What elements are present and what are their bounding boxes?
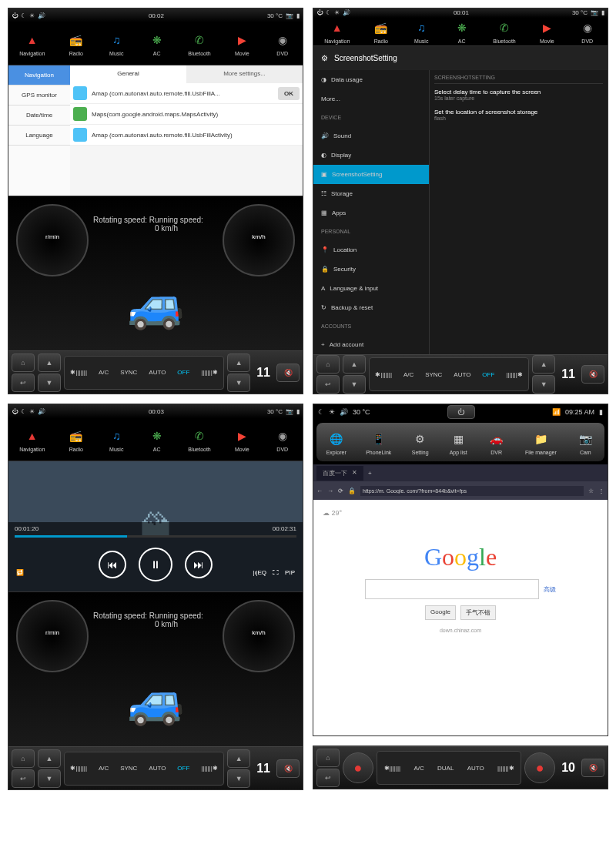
up-button[interactable]: ▲ <box>38 353 61 372</box>
app-filemanager[interactable]: 📁File manager <box>525 430 557 455</box>
reload-button[interactable]: ⟳ <box>338 488 343 494</box>
moon-icon[interactable]: ☾ <box>318 408 324 416</box>
dual-button[interactable]: DUAL <box>437 765 454 772</box>
fan-icon[interactable]: ✱||||||| <box>70 369 87 376</box>
volume-icon[interactable]: 🔊 <box>38 12 45 19</box>
setting-storage-location[interactable]: Set the location of screenshot storagefl… <box>434 109 603 121</box>
fan-icon[interactable]: |||||||✱ <box>497 765 514 772</box>
menu-button[interactable]: ⋮ <box>598 488 604 494</box>
volume-icon[interactable]: 🔊 <box>38 408 45 415</box>
app-navigation[interactable]: ▲Navigation <box>19 427 45 452</box>
eq-button[interactable]: |ı|EQ <box>253 569 266 576</box>
nav-app-option[interactable]: Amap (com.autonavi.auto.remote.fill.UsbF… <box>70 125 303 146</box>
home-button[interactable]: ⌂ <box>316 355 340 374</box>
moon-icon[interactable]: ☾ <box>21 408 26 415</box>
video-viewport[interactable]: 🏔 00:01:2000:02:31 ⏮ ⏸ ⏭ 🔁 |ı|EQ ⛶ PIP <box>8 461 303 591</box>
app-movie[interactable]: ▶Movie <box>233 31 251 56</box>
app-ac[interactable]: ❋AC <box>148 31 166 56</box>
nav-forward-button[interactable]: → <box>327 488 333 494</box>
mute-button[interactable]: 🔇 <box>276 364 300 382</box>
app-music[interactable]: ♫Music <box>107 31 126 56</box>
setting-backup[interactable]: ↻Backup & reset <box>313 298 429 317</box>
sync-button[interactable]: SYNC <box>425 371 442 378</box>
fan-icon[interactable]: |||||||✱ <box>201 369 218 376</box>
browser-tab[interactable]: 百度一下✕ <box>316 466 363 481</box>
temp-up-button[interactable]: ▲ <box>227 749 250 768</box>
app-movie[interactable]: ▶Movie <box>537 18 556 44</box>
setting-data-usage[interactable]: ◑Data usage <box>313 70 429 89</box>
fullscreen-button[interactable]: ⛶ <box>273 569 279 576</box>
auto-button[interactable]: AUTO <box>454 371 470 378</box>
brightness-icon[interactable]: ☀ <box>29 408 35 415</box>
search-button[interactable]: Google <box>425 605 456 620</box>
ok-button[interactable]: OK <box>278 87 300 100</box>
app-ac[interactable]: ❋AC <box>148 427 166 452</box>
app-applist[interactable]: ▦App list <box>449 430 467 455</box>
nav-app-option[interactable]: Maps(com.google.android.maps.MapsActivit… <box>70 104 303 125</box>
setting-delay-time[interactable]: Select delay time to capture the screen1… <box>434 89 603 101</box>
prev-button[interactable]: ⏮ <box>99 551 126 578</box>
home-button[interactable]: ⌂ <box>316 749 340 767</box>
camera-icon[interactable]: 📷 <box>286 408 293 415</box>
app-bluetooth[interactable]: ✆Bluetooth <box>188 31 211 56</box>
back-button[interactable]: ↩ <box>12 374 35 392</box>
app-ac[interactable]: ❋AC <box>453 18 471 44</box>
ac-button[interactable]: A/C <box>413 765 424 772</box>
power-icon[interactable]: ⏻ <box>316 9 323 16</box>
sidebar-item-language[interactable]: Language <box>8 126 70 146</box>
down-button[interactable]: ▼ <box>38 769 61 788</box>
setting-apps[interactable]: ▦Apps <box>313 203 429 223</box>
down-button[interactable]: ▼ <box>38 374 61 392</box>
moon-icon[interactable]: ☾ <box>21 12 26 19</box>
power-button[interactable]: ⏻ <box>447 405 475 419</box>
setting-add-account[interactable]: +Add account <box>313 335 429 354</box>
down-button[interactable]: ▼ <box>343 375 366 394</box>
sidebar-item-navigation[interactable]: Navigation <box>8 65 70 85</box>
setting-display[interactable]: ◐Display <box>313 146 429 165</box>
app-bluetooth[interactable]: ✆Bluetooth <box>188 427 211 452</box>
temp-dial-left[interactable]: ● <box>343 752 373 783</box>
setting-storage[interactable]: ☷Storage <box>313 184 429 203</box>
fan-icon[interactable]: ✱||||||| <box>70 765 87 772</box>
mute-button[interactable]: 🔇 <box>581 759 604 777</box>
off-button[interactable]: OFF <box>177 369 189 376</box>
bookmark-button[interactable]: ☆ <box>588 488 594 494</box>
fan-icon[interactable]: ✱||||||| <box>375 371 392 378</box>
app-setting[interactable]: ⚙Setting <box>411 430 430 455</box>
weather-widget[interactable]: ☁ 29° <box>320 506 345 520</box>
app-radio[interactable]: 📻Radio <box>67 31 85 56</box>
app-music[interactable]: ♫Music <box>107 427 126 452</box>
app-explorer[interactable]: 🌐Explorer <box>326 430 346 455</box>
moon-icon[interactable]: ☾ <box>326 9 331 16</box>
app-dvd[interactable]: ◉DVD <box>273 31 292 56</box>
temp-dial-right[interactable]: ● <box>524 752 555 783</box>
fan-icon[interactable]: |||||||✱ <box>506 371 523 378</box>
app-music[interactable]: ♫Music <box>412 18 430 44</box>
temp-down-button[interactable]: ▼ <box>532 375 555 394</box>
app-radio[interactable]: 📻Radio <box>372 18 390 44</box>
app-navigation[interactable]: ▲Navigation <box>19 31 45 56</box>
off-button[interactable]: OFF <box>482 371 494 378</box>
tab-more-settings[interactable]: More settings... <box>186 65 303 83</box>
camera-icon[interactable]: 📷 <box>591 9 598 16</box>
next-button[interactable]: ⏭ <box>185 551 213 578</box>
setting-more[interactable]: More... <box>313 89 429 109</box>
app-dvd[interactable]: ◉DVD <box>578 18 597 44</box>
auto-button[interactable]: AUTO <box>149 369 166 376</box>
app-radio[interactable]: 📻Radio <box>67 427 85 452</box>
back-button[interactable]: ↩ <box>316 375 340 394</box>
ac-button[interactable]: A/C <box>99 369 109 376</box>
back-button[interactable]: ↩ <box>316 769 340 787</box>
temp-up-button[interactable]: ▲ <box>532 355 555 374</box>
ac-button[interactable]: A/C <box>99 765 109 772</box>
app-cam[interactable]: 📷Cam <box>576 430 594 455</box>
setting-sound[interactable]: 🔊Sound <box>313 126 429 146</box>
sidebar-item-gps[interactable]: GPS monitor <box>8 85 70 106</box>
pip-button[interactable]: PIP <box>285 569 295 576</box>
mute-button[interactable]: 🔇 <box>276 759 300 778</box>
off-button[interactable]: OFF <box>177 765 189 772</box>
back-button[interactable]: ↩ <box>12 769 35 788</box>
app-bluetooth[interactable]: ✆Bluetooth <box>493 18 516 44</box>
fan-icon[interactable]: ✱||||||| <box>384 765 401 772</box>
mute-button[interactable]: 🔇 <box>581 365 604 384</box>
